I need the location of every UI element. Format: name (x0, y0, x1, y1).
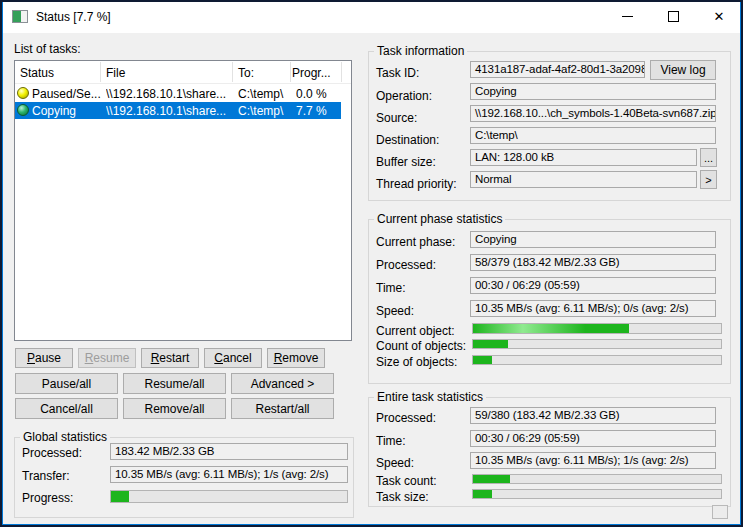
size-of-objects-bar (472, 355, 722, 365)
phase-speed-label: Speed: (376, 304, 414, 318)
column-header-file[interactable]: File (106, 66, 125, 80)
current-object-label: Current object: (376, 324, 455, 338)
remove-all-button[interactable]: Remove/all (123, 398, 226, 419)
column-header-status[interactable]: Status (20, 66, 54, 80)
cell-status: Copying (32, 104, 104, 118)
current-object-bar (472, 323, 722, 334)
cell-progress: 7.7 % (296, 104, 341, 118)
buffer-size-value: LAN: 128.00 kB (470, 149, 697, 166)
count-of-objects-label: Count of objects: (376, 339, 466, 353)
cell-file: \\192.168.10.1\share... (106, 87, 236, 101)
task-size-bar (472, 489, 722, 499)
app-icon (12, 10, 28, 23)
destination-value: C:\temp\ (470, 127, 716, 144)
paused-status-icon (17, 87, 29, 99)
operation-label: Operation: (376, 89, 432, 103)
table-row-paused[interactable]: Paused/Se... \\192.168.10.1\share... C:\… (15, 85, 341, 102)
task-processed-label: Processed: (376, 411, 436, 425)
header-divider (15, 83, 351, 84)
buffer-size-more-button[interactable]: ... (700, 148, 717, 167)
column-separator[interactable] (290, 62, 291, 82)
window-title: Status [7.7 %] (36, 10, 111, 24)
column-header-progress[interactable]: Progr... (292, 66, 331, 80)
operation-value: Copying (470, 83, 716, 100)
maximize-button[interactable] (650, 1, 696, 31)
column-separator[interactable] (100, 62, 101, 82)
task-count-bar (472, 474, 722, 484)
resume-button[interactable]: Resume (78, 348, 136, 368)
copying-status-icon (17, 104, 29, 116)
pause-button[interactable]: Pause (15, 348, 73, 368)
task-size-label: Task size: (376, 490, 429, 504)
global-processed-label: Processed: (22, 446, 82, 460)
task-list-label: List of tasks: (14, 42, 81, 56)
restart-all-button[interactable]: Restart/all (231, 398, 334, 419)
cell-status: Paused/Se... (32, 87, 104, 101)
current-phase-title: Current phase statistics (374, 212, 505, 226)
task-speed-label: Speed: (376, 456, 414, 470)
cell-progress: 0.0 % (296, 87, 341, 101)
thread-priority-label: Thread priority: (376, 177, 457, 191)
global-processed-value: 183.42 MB/2.33 GB (110, 443, 348, 460)
phase-speed-value: 10.35 MB/s (avg: 6.11 MB/s); 0/s (avg: 2… (470, 300, 716, 317)
phase-processed-value: 58/379 (183.42 MB/2.33 GB) (470, 254, 716, 271)
cell-to: C:\temp\ (238, 87, 293, 101)
task-time-value: 00:30 / 06:29 (05:59) (470, 430, 716, 447)
thread-priority-more-button[interactable]: > (700, 170, 717, 189)
count-of-objects-bar (472, 339, 722, 349)
close-icon: ✕ (714, 10, 725, 23)
size-of-objects-label: Size of objects: (376, 355, 457, 369)
thread-priority-value: Normal (470, 171, 697, 188)
buffer-size-label: Buffer size: (376, 155, 436, 169)
phase-time-value: 00:30 / 06:29 (05:59) (470, 277, 716, 294)
current-phase-value: Copying (470, 231, 716, 248)
remove-button[interactable]: Remove (267, 348, 325, 368)
global-transfer-label: Transfer: (22, 469, 70, 483)
destination-label: Destination: (376, 133, 439, 147)
pause-all-button[interactable]: Pause/all (15, 373, 118, 394)
phase-processed-label: Processed: (376, 258, 436, 272)
phase-time-label: Time: (376, 281, 406, 295)
resize-grip[interactable] (712, 505, 728, 519)
global-transfer-value: 10.35 MB/s (avg: 6.11 MB/s); 1/s (avg: 2… (110, 466, 348, 483)
task-id-value: 4131a187-adaf-4af2-80d1-3a20989 (470, 61, 645, 78)
cancel-button[interactable]: Cancel (204, 348, 262, 368)
cancel-all-button[interactable]: Cancel/all (15, 398, 118, 419)
maximize-icon (668, 11, 679, 22)
global-statistics-title: Global statistics (20, 430, 110, 444)
task-information-title: Task information (374, 44, 467, 58)
minimize-button[interactable] (604, 1, 650, 31)
global-progress-label: Progress: (22, 491, 73, 505)
close-button[interactable]: ✕ (696, 1, 742, 31)
entire-task-title: Entire task statistics (374, 390, 486, 404)
task-count-label: Task count: (376, 474, 437, 488)
cell-to: C:\temp\ (238, 104, 293, 118)
advanced-button[interactable]: Advanced > (231, 373, 334, 394)
global-progress-bar (110, 490, 348, 503)
minimize-icon (622, 16, 633, 17)
view-log-button[interactable]: View log (650, 60, 716, 80)
source-value: \\192.168.10...\ch_symbols-1.40Beta-svn6… (470, 105, 716, 122)
status-window: Status [7.7 %] ✕ List of tasks: Status F… (0, 0, 743, 527)
task-time-label: Time: (376, 434, 406, 448)
task-id-label: Task ID: (376, 66, 419, 80)
table-row-copying-selected[interactable]: Copying \\192.168.10.1\share... C:\temp\… (15, 102, 341, 119)
restart-button[interactable]: Restart (141, 348, 199, 368)
column-separator[interactable] (341, 62, 342, 82)
task-speed-value: 10.35 MB/s (avg: 6.11 MB/s); 1/s (avg: 2… (470, 452, 716, 469)
column-separator[interactable] (232, 62, 233, 82)
task-processed-value: 59/380 (183.42 MB/2.33 GB) (470, 407, 716, 424)
cell-file: \\192.168.10.1\share... (106, 104, 236, 118)
current-phase-label: Current phase: (376, 235, 455, 249)
column-header-to[interactable]: To: (238, 66, 254, 80)
resume-all-button[interactable]: Resume/all (123, 373, 226, 394)
source-label: Source: (376, 111, 417, 125)
